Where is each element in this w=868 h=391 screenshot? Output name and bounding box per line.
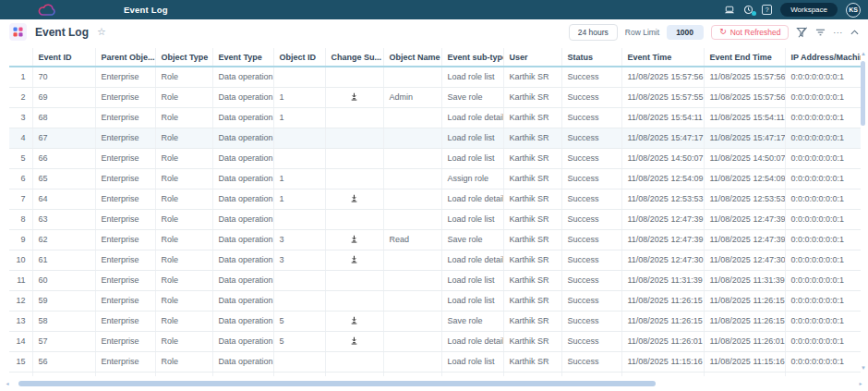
cell-change-summary — [325, 107, 383, 128]
row-number: 11 — [9, 270, 32, 290]
row-number: 13 — [9, 311, 32, 331]
table-row[interactable]: 1259EnterpriseRoleData operationLoad rol… — [9, 290, 861, 311]
download-icon[interactable] — [350, 336, 358, 345]
cell-event-end-time: 11/08/2025 15:57:56 — [704, 87, 785, 107]
cell-ip-address: 0:0:0:0:0:0:0:1 — [785, 229, 861, 250]
collapse-chevron-icon[interactable] — [850, 30, 859, 35]
table-row[interactable]: 566EnterpriseRoleData operationLoad role… — [9, 148, 861, 168]
download-icon[interactable] — [350, 194, 358, 202]
table-row[interactable]: 764EnterpriseRoleData operation1Load rol… — [9, 189, 861, 209]
row-limit-input[interactable]: 1000 — [667, 25, 704, 40]
empty-cell — [95, 372, 155, 376]
table-row[interactable] — [9, 372, 861, 376]
cell-event-subtype: Assign role — [441, 168, 503, 189]
table-row[interactable]: 170EnterpriseRoleData operationLoad role… — [9, 67, 861, 87]
apps-grid-icon[interactable] — [9, 23, 27, 41]
filter-off-icon[interactable] — [796, 27, 808, 38]
sort-icon[interactable] — [815, 28, 826, 37]
column-header[interactable]: Event Time — [621, 48, 704, 67]
cell-event-id: 63 — [32, 209, 95, 229]
cell-event-end-time: 11/08/2025 11:26:01 — [704, 331, 785, 351]
cell-object-name — [383, 311, 441, 331]
column-header[interactable]: Event Type — [212, 48, 273, 67]
column-header[interactable]: Event sub-type — [441, 48, 503, 67]
event-log-table-container: Event IDParent Obje...Object TypeEvent T… — [9, 48, 861, 376]
column-header[interactable]: Event End Time — [704, 48, 785, 67]
user-avatar[interactable]: KS — [846, 3, 861, 18]
table-row[interactable]: 1358EnterpriseRoleData operation5Save ro… — [9, 311, 861, 331]
app-logo-cloud-icon[interactable] — [37, 4, 57, 17]
cell-object-id — [273, 128, 325, 148]
download-icon[interactable] — [350, 255, 358, 263]
column-header[interactable]: Object ID — [273, 48, 325, 67]
cell-change-summary — [325, 270, 383, 290]
scroll-right-arrow-icon[interactable]: ▸ — [857, 380, 864, 387]
horizontal-scrollbar-thumb[interactable] — [18, 381, 656, 386]
more-options-icon[interactable]: ... — [833, 27, 843, 35]
cell-object-type: Role — [155, 331, 212, 351]
laptop-icon[interactable] — [724, 6, 735, 15]
time-range-button[interactable]: 24 hours — [569, 24, 618, 41]
empty-cell — [383, 372, 441, 376]
column-header[interactable]: User — [503, 48, 561, 67]
scroll-left-arrow-icon[interactable]: ◂ — [4, 380, 11, 387]
row-number: 8 — [9, 209, 32, 229]
vertical-scrollbar[interactable]: ▲ ▼ — [860, 50, 867, 372]
table-row[interactable]: 1556EnterpriseRoleData operationLoad rol… — [9, 351, 861, 372]
table-row[interactable]: 863EnterpriseRoleData operationLoad role… — [9, 209, 861, 229]
cell-object-id — [273, 148, 325, 168]
column-header[interactable]: Object Name — [383, 48, 441, 67]
cell-object-name — [383, 128, 441, 148]
download-icon[interactable] — [350, 316, 358, 324]
table-row[interactable]: 269EnterpriseRoleData operation1AdminSav… — [9, 87, 861, 107]
download-icon[interactable] — [350, 235, 358, 243]
column-header[interactable]: Object Type — [155, 48, 212, 67]
cell-event-type: Data operation — [212, 331, 273, 351]
refresh-status-button[interactable]: ↻ Not Refreshed — [711, 25, 789, 40]
column-header[interactable]: Change Su... — [325, 48, 383, 67]
cell-event-type: Data operation — [212, 148, 273, 168]
download-icon[interactable] — [350, 92, 358, 101]
column-header[interactable]: IP Address/Machine — [785, 48, 861, 67]
cell-change-summary — [325, 87, 383, 107]
vertical-scrollbar-thumb[interactable] — [861, 61, 865, 126]
cell-object-type: Role — [155, 351, 212, 372]
table-row[interactable]: 1160EnterpriseRoleData operationLoad rol… — [9, 270, 861, 290]
empty-cell — [155, 372, 212, 376]
table-row[interactable]: 467EnterpriseRoleData operationLoad role… — [9, 128, 861, 148]
workspace-button[interactable]: Workspace — [780, 3, 838, 17]
cell-ip-address: 0:0:0:0:0:0:0:1 — [785, 209, 861, 229]
empty-cell — [441, 372, 503, 376]
cell-change-summary — [325, 67, 383, 87]
cell-status: Success — [561, 270, 621, 290]
column-header[interactable]: Event ID — [32, 48, 95, 67]
cell-event-time: 11/08/2025 12:47:30 — [621, 250, 704, 270]
cell-status: Success — [561, 351, 621, 372]
table-row[interactable]: 962EnterpriseRoleData operation3ReadSave… — [9, 229, 861, 250]
history-icon[interactable] — [743, 5, 753, 15]
table-row[interactable]: 1061EnterpriseRoleData operation3Load ro… — [9, 250, 861, 270]
horizontal-scrollbar[interactable]: ◂ ▸ — [4, 380, 864, 387]
cell-change-summary — [325, 331, 383, 351]
scroll-up-arrow-icon[interactable]: ▲ — [860, 50, 867, 57]
table-row[interactable]: 1457EnterpriseRoleData operation5Load ro… — [9, 331, 861, 351]
cell-event-end-time: 11/08/2025 15:54:11 — [704, 107, 785, 128]
favorite-star-icon[interactable]: ☆ — [97, 27, 106, 37]
cell-status: Success — [561, 148, 621, 168]
column-header[interactable]: Parent Obje... — [95, 48, 155, 67]
scroll-down-arrow-icon[interactable]: ▼ — [860, 364, 867, 372]
cell-event-type: Data operation — [212, 270, 273, 290]
cell-object-name — [383, 189, 441, 209]
row-number: 1 — [9, 67, 32, 87]
table-row[interactable]: 665EnterpriseRoleData operation1Assign r… — [9, 168, 861, 189]
table-row[interactable]: 368EnterpriseRoleData operation1Load rol… — [9, 107, 861, 128]
cell-event-time: 11/08/2025 12:54:09 — [621, 168, 704, 189]
cell-parent-object: Enterprise — [95, 311, 155, 331]
toolbar-actions: 24 hours Row Limit 1000 ↻ Not Refreshed … — [569, 24, 859, 41]
cell-ip-address: 0:0:0:0:0:0:0:1 — [785, 67, 861, 87]
column-header[interactable]: Status — [561, 48, 621, 67]
help-icon[interactable]: ? — [762, 5, 772, 15]
cell-event-type: Data operation — [212, 229, 273, 250]
cell-user: Karthik SR — [503, 351, 561, 372]
row-number-header — [9, 48, 32, 67]
